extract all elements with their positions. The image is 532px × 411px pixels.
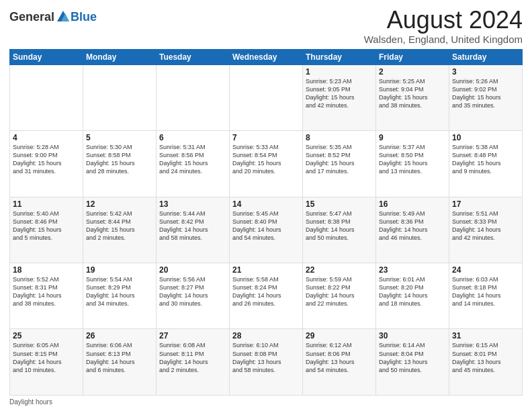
day-info: Sunrise: 5:58 AM Sunset: 8:24 PM Dayligh… — [232, 275, 300, 308]
day-info: Sunrise: 5:42 AM Sunset: 8:44 PM Dayligh… — [86, 210, 153, 242]
day-cell: 18Sunrise: 5:52 AM Sunset: 8:31 PM Dayli… — [10, 263, 83, 329]
day-number: 24 — [452, 265, 519, 275]
logo: General Blue — [9, 9, 97, 24]
col-header-friday: Friday — [376, 49, 449, 64]
day-number: 20 — [159, 265, 226, 275]
col-header-wednesday: Wednesday — [230, 49, 303, 64]
day-cell: 27Sunrise: 6:08 AM Sunset: 8:11 PM Dayli… — [157, 329, 230, 396]
day-cell — [83, 64, 157, 130]
day-cell — [157, 64, 230, 130]
day-number: 30 — [379, 331, 446, 340]
day-info: Sunrise: 5:47 AM Sunset: 8:38 PM Dayligh… — [306, 210, 373, 242]
day-number: 21 — [232, 265, 300, 275]
day-cell: 9Sunrise: 5:37 AM Sunset: 8:50 PM Daylig… — [376, 131, 449, 197]
day-number: 25 — [13, 331, 80, 340]
day-info: Sunrise: 5:38 AM Sunset: 8:48 PM Dayligh… — [452, 143, 519, 176]
day-cell: 11Sunrise: 5:40 AM Sunset: 8:46 PM Dayli… — [10, 197, 83, 263]
week-row-5: 25Sunrise: 6:05 AM Sunset: 8:15 PM Dayli… — [10, 329, 523, 396]
day-number: 26 — [86, 331, 153, 340]
col-header-monday: Monday — [83, 49, 157, 64]
day-number: 4 — [13, 133, 80, 142]
day-info: Sunrise: 6:14 AM Sunset: 8:04 PM Dayligh… — [379, 341, 446, 374]
week-row-1: 1Sunrise: 5:23 AM Sunset: 9:05 PM Daylig… — [10, 64, 523, 130]
col-header-sunday: Sunday — [10, 49, 83, 64]
day-number: 17 — [452, 199, 519, 209]
day-header-row: SundayMondayTuesdayWednesdayThursdayFrid… — [10, 49, 523, 64]
day-info: Sunrise: 5:28 AM Sunset: 9:00 PM Dayligh… — [13, 143, 80, 176]
day-cell: 4Sunrise: 5:28 AM Sunset: 9:00 PM Daylig… — [10, 131, 83, 197]
logo-blue-text: Blue — [71, 10, 97, 24]
calendar: SundayMondayTuesdayWednesdayThursdayFrid… — [9, 49, 523, 396]
day-cell — [10, 64, 83, 130]
day-cell: 5Sunrise: 5:30 AM Sunset: 8:58 PM Daylig… — [83, 131, 157, 197]
daylight-label: Daylight hours — [9, 398, 52, 406]
day-number: 9 — [379, 133, 446, 142]
day-info: Sunrise: 5:30 AM Sunset: 8:58 PM Dayligh… — [86, 143, 153, 176]
col-header-saturday: Saturday — [449, 49, 523, 64]
day-cell: 1Sunrise: 5:23 AM Sunset: 9:05 PM Daylig… — [303, 64, 376, 130]
day-info: Sunrise: 5:59 AM Sunset: 8:22 PM Dayligh… — [306, 275, 373, 308]
day-number: 14 — [232, 199, 300, 209]
day-info: Sunrise: 6:01 AM Sunset: 8:20 PM Dayligh… — [379, 275, 446, 308]
day-number: 23 — [379, 265, 446, 275]
week-row-3: 11Sunrise: 5:40 AM Sunset: 8:46 PM Dayli… — [10, 197, 523, 263]
day-cell: 12Sunrise: 5:42 AM Sunset: 8:44 PM Dayli… — [83, 197, 157, 263]
day-cell: 13Sunrise: 5:44 AM Sunset: 8:42 PM Dayli… — [157, 197, 230, 263]
day-info: Sunrise: 5:51 AM Sunset: 8:33 PM Dayligh… — [452, 210, 519, 242]
day-info: Sunrise: 5:45 AM Sunset: 8:40 PM Dayligh… — [232, 210, 300, 242]
day-number: 29 — [306, 331, 373, 340]
day-cell: 7Sunrise: 5:33 AM Sunset: 8:54 PM Daylig… — [230, 131, 303, 197]
subtitle: Walsden, England, United Kingdom — [364, 34, 523, 45]
day-number: 15 — [306, 199, 373, 209]
day-info: Sunrise: 5:52 AM Sunset: 8:31 PM Dayligh… — [13, 275, 80, 308]
page: General Blue August 2024 Walsden, Englan… — [0, 0, 532, 411]
day-number: 8 — [306, 133, 373, 142]
day-number: 7 — [232, 133, 300, 142]
week-row-2: 4Sunrise: 5:28 AM Sunset: 9:00 PM Daylig… — [10, 131, 523, 197]
day-cell: 25Sunrise: 6:05 AM Sunset: 8:15 PM Dayli… — [10, 329, 83, 396]
day-cell: 19Sunrise: 5:54 AM Sunset: 8:29 PM Dayli… — [83, 263, 157, 329]
day-info: Sunrise: 5:35 AM Sunset: 8:52 PM Dayligh… — [306, 143, 373, 176]
title-area: August 2024 Walsden, England, United Kin… — [364, 7, 523, 45]
day-cell: 16Sunrise: 5:49 AM Sunset: 8:36 PM Dayli… — [376, 197, 449, 263]
week-row-4: 18Sunrise: 5:52 AM Sunset: 8:31 PM Dayli… — [10, 263, 523, 329]
day-number: 12 — [86, 199, 153, 209]
day-cell — [230, 64, 303, 130]
day-cell: 28Sunrise: 6:10 AM Sunset: 8:08 PM Dayli… — [230, 329, 303, 396]
day-cell: 23Sunrise: 6:01 AM Sunset: 8:20 PM Dayli… — [376, 263, 449, 329]
day-info: Sunrise: 6:12 AM Sunset: 8:06 PM Dayligh… — [306, 341, 373, 374]
footer: Daylight hours — [9, 398, 523, 406]
day-cell: 10Sunrise: 5:38 AM Sunset: 8:48 PM Dayli… — [449, 131, 523, 197]
day-info: Sunrise: 6:03 AM Sunset: 8:18 PM Dayligh… — [452, 275, 519, 308]
day-number: 13 — [159, 199, 226, 209]
day-cell: 31Sunrise: 6:15 AM Sunset: 8:01 PM Dayli… — [449, 329, 523, 396]
day-cell: 6Sunrise: 5:31 AM Sunset: 8:56 PM Daylig… — [157, 131, 230, 197]
day-info: Sunrise: 6:08 AM Sunset: 8:11 PM Dayligh… — [159, 341, 226, 374]
day-cell: 26Sunrise: 6:06 AM Sunset: 8:13 PM Dayli… — [83, 329, 157, 396]
day-cell: 20Sunrise: 5:56 AM Sunset: 8:27 PM Dayli… — [157, 263, 230, 329]
day-info: Sunrise: 6:06 AM Sunset: 8:13 PM Dayligh… — [86, 341, 153, 374]
header: General Blue August 2024 Walsden, Englan… — [9, 7, 523, 45]
day-info: Sunrise: 5:33 AM Sunset: 8:54 PM Dayligh… — [232, 143, 300, 176]
day-info: Sunrise: 5:26 AM Sunset: 9:02 PM Dayligh… — [452, 77, 519, 110]
main-title: August 2024 — [364, 7, 523, 34]
day-cell: 30Sunrise: 6:14 AM Sunset: 8:04 PM Dayli… — [376, 329, 449, 396]
day-info: Sunrise: 6:05 AM Sunset: 8:15 PM Dayligh… — [13, 341, 80, 374]
logo-area: General Blue — [9, 7, 97, 24]
day-number: 3 — [452, 67, 519, 77]
day-cell: 8Sunrise: 5:35 AM Sunset: 8:52 PM Daylig… — [303, 131, 376, 197]
day-number: 22 — [306, 265, 373, 275]
day-info: Sunrise: 5:49 AM Sunset: 8:36 PM Dayligh… — [379, 210, 446, 242]
day-cell: 3Sunrise: 5:26 AM Sunset: 9:02 PM Daylig… — [449, 64, 523, 130]
day-number: 1 — [306, 67, 373, 77]
day-number: 27 — [159, 331, 226, 340]
day-info: Sunrise: 5:31 AM Sunset: 8:56 PM Dayligh… — [159, 143, 226, 176]
day-number: 19 — [86, 265, 153, 275]
calendar-header: SundayMondayTuesdayWednesdayThursdayFrid… — [10, 49, 523, 64]
day-number: 31 — [452, 331, 519, 340]
day-info: Sunrise: 6:10 AM Sunset: 8:08 PM Dayligh… — [232, 341, 300, 374]
day-number: 16 — [379, 199, 446, 209]
calendar-body: 1Sunrise: 5:23 AM Sunset: 9:05 PM Daylig… — [10, 64, 523, 395]
day-info: Sunrise: 5:37 AM Sunset: 8:50 PM Dayligh… — [379, 143, 446, 176]
day-info: Sunrise: 5:23 AM Sunset: 9:05 PM Dayligh… — [306, 77, 373, 110]
